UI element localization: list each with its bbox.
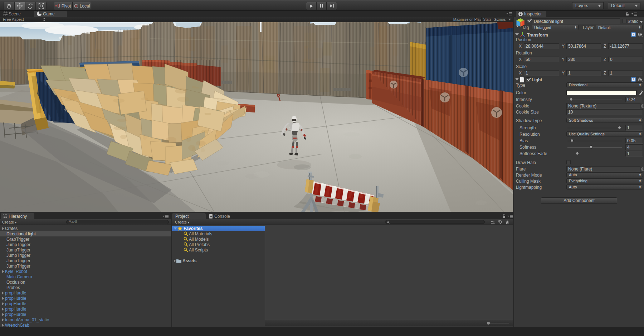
svg-text:?: ?	[633, 78, 634, 81]
svg-text:?: ?	[633, 33, 634, 36]
